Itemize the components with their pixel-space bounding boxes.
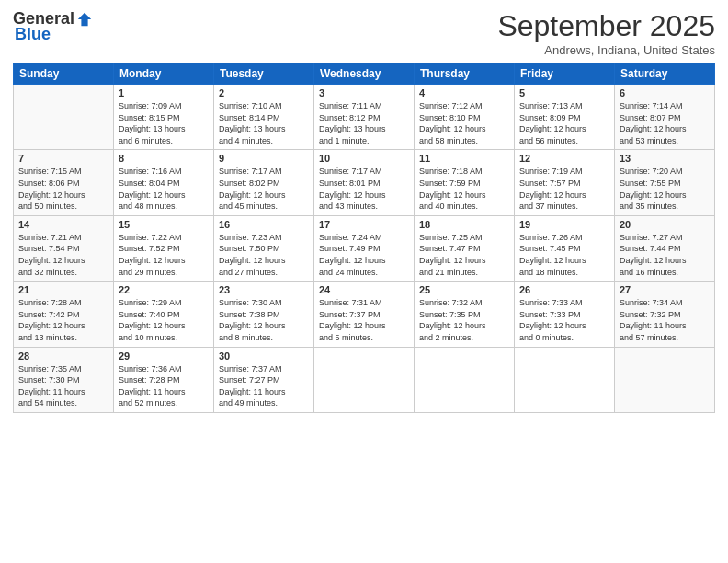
- day-number: 28: [18, 350, 108, 362]
- calendar-day-cell: [14, 85, 114, 150]
- calendar-header-row: SundayMondayTuesdayWednesdayThursdayFrid…: [14, 63, 715, 85]
- calendar-day-cell: 12Sunrise: 7:19 AMSunset: 7:57 PMDayligh…: [515, 150, 615, 215]
- day-number: 20: [620, 219, 710, 230]
- day-info: Sunrise: 7:31 AMSunset: 7:37 PMDaylight:…: [319, 297, 409, 343]
- svg-marker-0: [78, 12, 91, 25]
- calendar-day-cell: 23Sunrise: 7:30 AMSunset: 7:38 PMDayligh…: [214, 282, 314, 347]
- calendar-week-row: 21Sunrise: 7:28 AMSunset: 7:42 PMDayligh…: [14, 282, 715, 347]
- day-info: Sunrise: 7:24 AMSunset: 7:49 PMDaylight:…: [319, 232, 409, 278]
- day-info: Sunrise: 7:11 AMSunset: 8:12 PMDaylight:…: [319, 100, 409, 146]
- weekday-header: Friday: [515, 63, 615, 85]
- day-number: 10: [319, 153, 409, 164]
- weekday-header: Tuesday: [214, 63, 314, 85]
- day-number: 1: [119, 87, 209, 98]
- day-number: 5: [519, 87, 609, 98]
- calendar-week-row: 28Sunrise: 7:35 AMSunset: 7:30 PMDayligh…: [14, 347, 715, 412]
- calendar-day-cell: [615, 347, 715, 412]
- calendar-day-cell: 24Sunrise: 7:31 AMSunset: 7:37 PMDayligh…: [314, 282, 415, 347]
- day-number: 7: [18, 153, 108, 164]
- day-info: Sunrise: 7:37 AMSunset: 7:27 PMDaylight:…: [219, 363, 309, 409]
- day-info: Sunrise: 7:14 AMSunset: 8:07 PMDaylight:…: [620, 100, 710, 146]
- day-info: Sunrise: 7:35 AMSunset: 7:30 PMDaylight:…: [18, 363, 108, 409]
- logo-icon: [76, 11, 93, 28]
- calendar-day-cell: 21Sunrise: 7:28 AMSunset: 7:42 PMDayligh…: [14, 282, 114, 347]
- day-info: Sunrise: 7:27 AMSunset: 7:44 PMDaylight:…: [620, 232, 710, 278]
- calendar-day-cell: [515, 347, 615, 412]
- calendar-week-row: 14Sunrise: 7:21 AMSunset: 7:54 PMDayligh…: [14, 215, 715, 281]
- calendar-day-cell: 14Sunrise: 7:21 AMSunset: 7:54 PMDayligh…: [14, 215, 114, 281]
- day-info: Sunrise: 7:17 AMSunset: 8:02 PMDaylight:…: [219, 166, 309, 212]
- logo: General Blue: [13, 9, 93, 44]
- calendar-day-cell: 6Sunrise: 7:14 AMSunset: 8:07 PMDaylight…: [615, 85, 715, 150]
- day-number: 18: [419, 219, 509, 230]
- calendar-week-row: 1Sunrise: 7:09 AMSunset: 8:15 PMDaylight…: [14, 85, 715, 150]
- day-number: 27: [620, 284, 710, 295]
- day-number: 6: [620, 87, 710, 98]
- calendar-day-cell: 16Sunrise: 7:23 AMSunset: 7:50 PMDayligh…: [214, 215, 314, 281]
- day-info: Sunrise: 7:15 AMSunset: 8:06 PMDaylight:…: [18, 166, 108, 212]
- calendar-day-cell: 7Sunrise: 7:15 AMSunset: 8:06 PMDaylight…: [14, 150, 114, 215]
- calendar-day-cell: 8Sunrise: 7:16 AMSunset: 8:04 PMDaylight…: [114, 150, 214, 215]
- calendar-day-cell: 20Sunrise: 7:27 AMSunset: 7:44 PMDayligh…: [615, 215, 715, 281]
- day-number: 21: [18, 284, 108, 295]
- calendar-day-cell: 10Sunrise: 7:17 AMSunset: 8:01 PMDayligh…: [314, 150, 415, 215]
- page-container: General Blue September 2025 Andrews, Ind…: [0, 0, 728, 563]
- day-number: 9: [219, 153, 309, 164]
- day-number: 15: [119, 219, 209, 230]
- calendar-day-cell: 5Sunrise: 7:13 AMSunset: 8:09 PMDaylight…: [515, 85, 615, 150]
- day-info: Sunrise: 7:21 AMSunset: 7:54 PMDaylight:…: [18, 232, 108, 278]
- calendar-day-cell: 11Sunrise: 7:18 AMSunset: 7:59 PMDayligh…: [415, 150, 515, 215]
- day-number: 24: [319, 284, 409, 295]
- day-number: 23: [219, 284, 309, 295]
- day-info: Sunrise: 7:25 AMSunset: 7:47 PMDaylight:…: [419, 232, 509, 278]
- calendar-day-cell: 19Sunrise: 7:26 AMSunset: 7:45 PMDayligh…: [515, 215, 615, 281]
- day-number: 26: [519, 284, 609, 295]
- day-number: 29: [119, 350, 209, 362]
- weekday-header: Wednesday: [314, 63, 415, 85]
- calendar-day-cell: 25Sunrise: 7:32 AMSunset: 7:35 PMDayligh…: [415, 282, 515, 347]
- day-number: 11: [419, 153, 509, 164]
- weekday-header: Sunday: [14, 63, 114, 85]
- title-block: September 2025 Andrews, Indiana, United …: [497, 9, 715, 57]
- weekday-header: Monday: [114, 63, 214, 85]
- day-number: 17: [319, 219, 409, 230]
- day-info: Sunrise: 7:18 AMSunset: 7:59 PMDaylight:…: [419, 166, 509, 212]
- calendar-day-cell: 13Sunrise: 7:20 AMSunset: 7:55 PMDayligh…: [615, 150, 715, 215]
- weekday-header: Saturday: [615, 63, 715, 85]
- day-number: 8: [119, 153, 209, 164]
- weekday-header: Thursday: [415, 63, 515, 85]
- day-info: Sunrise: 7:12 AMSunset: 8:10 PMDaylight:…: [419, 100, 509, 146]
- day-info: Sunrise: 7:23 AMSunset: 7:50 PMDaylight:…: [219, 232, 309, 278]
- day-number: 3: [319, 87, 409, 98]
- month-title: September 2025: [497, 9, 715, 43]
- calendar-day-cell: 27Sunrise: 7:34 AMSunset: 7:32 PMDayligh…: [615, 282, 715, 347]
- location: Andrews, Indiana, United States: [497, 43, 715, 57]
- calendar-day-cell: [314, 347, 415, 412]
- day-info: Sunrise: 7:29 AMSunset: 7:40 PMDaylight:…: [119, 297, 209, 343]
- day-number: 14: [18, 219, 108, 230]
- day-info: Sunrise: 7:17 AMSunset: 8:01 PMDaylight:…: [319, 166, 409, 212]
- calendar-day-cell: 15Sunrise: 7:22 AMSunset: 7:52 PMDayligh…: [114, 215, 214, 281]
- calendar-day-cell: 26Sunrise: 7:33 AMSunset: 7:33 PMDayligh…: [515, 282, 615, 347]
- day-number: 2: [219, 87, 309, 98]
- day-info: Sunrise: 7:36 AMSunset: 7:28 PMDaylight:…: [119, 363, 209, 409]
- day-info: Sunrise: 7:20 AMSunset: 7:55 PMDaylight:…: [620, 166, 710, 212]
- day-info: Sunrise: 7:19 AMSunset: 7:57 PMDaylight:…: [519, 166, 609, 212]
- calendar-week-row: 7Sunrise: 7:15 AMSunset: 8:06 PMDaylight…: [14, 150, 715, 215]
- calendar-day-cell: 3Sunrise: 7:11 AMSunset: 8:12 PMDaylight…: [314, 85, 415, 150]
- day-info: Sunrise: 7:34 AMSunset: 7:32 PMDaylight:…: [620, 297, 710, 343]
- day-info: Sunrise: 7:33 AMSunset: 7:33 PMDaylight:…: [519, 297, 609, 343]
- calendar-day-cell: 29Sunrise: 7:36 AMSunset: 7:28 PMDayligh…: [114, 347, 214, 412]
- day-number: 19: [519, 219, 609, 230]
- day-info: Sunrise: 7:09 AMSunset: 8:15 PMDaylight:…: [119, 100, 209, 146]
- day-info: Sunrise: 7:32 AMSunset: 7:35 PMDaylight:…: [419, 297, 509, 343]
- calendar-day-cell: [415, 347, 515, 412]
- calendar-day-cell: 1Sunrise: 7:09 AMSunset: 8:15 PMDaylight…: [114, 85, 214, 150]
- calendar-table: SundayMondayTuesdayWednesdayThursdayFrid…: [13, 63, 715, 413]
- day-number: 4: [419, 87, 509, 98]
- day-number: 25: [419, 284, 509, 295]
- day-info: Sunrise: 7:10 AMSunset: 8:14 PMDaylight:…: [219, 100, 309, 146]
- day-info: Sunrise: 7:30 AMSunset: 7:38 PMDaylight:…: [219, 297, 309, 343]
- day-number: 12: [519, 153, 609, 164]
- day-info: Sunrise: 7:28 AMSunset: 7:42 PMDaylight:…: [18, 297, 108, 343]
